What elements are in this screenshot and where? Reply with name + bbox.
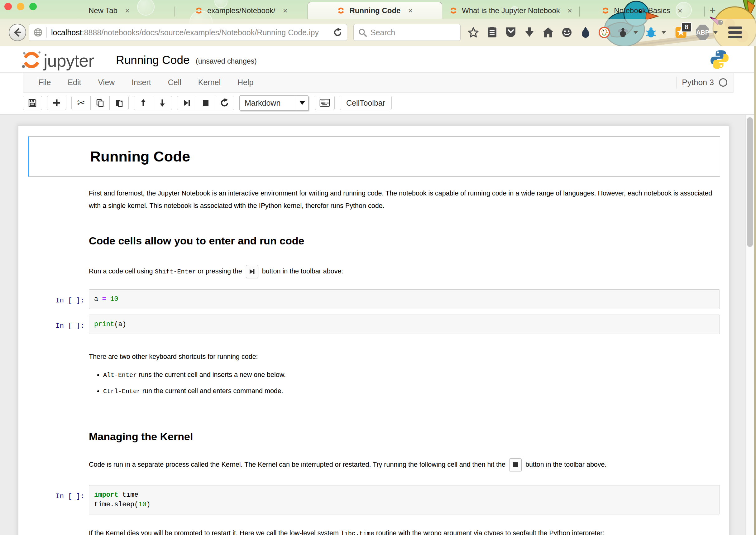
jupyter-favicon bbox=[449, 7, 457, 14]
save-icon bbox=[28, 99, 37, 107]
prompt-area bbox=[28, 187, 89, 212]
interrupt-kernel-button[interactable] bbox=[196, 96, 215, 110]
close-window-button[interactable] bbox=[4, 3, 12, 10]
bug-addon-icon[interactable] bbox=[645, 26, 657, 38]
star-addon-icon[interactable]: 8 bbox=[675, 26, 687, 38]
input-prompt: In [ ]: bbox=[28, 315, 89, 334]
move-cell-up-button[interactable] bbox=[134, 96, 153, 110]
cell-markdown-shortcuts[interactable]: There are two other keyboard shortcuts f… bbox=[28, 337, 720, 406]
minimize-window-button[interactable] bbox=[17, 3, 24, 10]
copy-icon bbox=[96, 99, 104, 107]
add-cell-button[interactable] bbox=[47, 96, 67, 110]
bookmark-star-icon[interactable] bbox=[468, 26, 479, 38]
reading-list-icon[interactable] bbox=[486, 26, 498, 38]
menu-help[interactable]: Help bbox=[231, 78, 259, 87]
adblock-plus-icon[interactable]: ABP bbox=[697, 26, 709, 38]
menu-insert[interactable]: Insert bbox=[125, 78, 157, 87]
kernel-idle-icon bbox=[719, 78, 727, 87]
code-input[interactable]: a = 10 bbox=[89, 289, 720, 309]
prompt-area bbox=[28, 221, 89, 279]
tab-what-is-jupyter[interactable]: What is the Jupyter Notebook × bbox=[442, 3, 579, 19]
menu-view[interactable]: View bbox=[92, 78, 121, 87]
jupyter-favicon bbox=[337, 7, 345, 14]
url-divider bbox=[46, 27, 47, 38]
command-palette-button[interactable] bbox=[315, 96, 335, 110]
reload-icon[interactable] bbox=[333, 28, 342, 37]
page-scrollbar[interactable] bbox=[745, 115, 754, 535]
home-icon[interactable] bbox=[542, 26, 554, 38]
cell-code-print[interactable]: In [ ]: print(a) bbox=[28, 312, 720, 337]
cell-markdown-title[interactable]: Running Code bbox=[28, 136, 720, 177]
tab-running-code[interactable]: Running Code × bbox=[308, 2, 442, 19]
code-input[interactable]: print(a) bbox=[89, 315, 720, 334]
notebook-container: Running Code First and foremost, the Jup… bbox=[18, 125, 729, 535]
dropdown-caret-icon[interactable] bbox=[633, 31, 638, 34]
cell-markdown-code-cells[interactable]: Code cells allow you to enter and run co… bbox=[28, 217, 720, 284]
tab-close-icon[interactable]: × bbox=[678, 7, 682, 14]
menu-edit[interactable]: Edit bbox=[62, 78, 87, 87]
tab-notebook-basics[interactable]: Notebook Basics × bbox=[580, 3, 704, 19]
cell-code-assignment[interactable]: In [ ]: a = 10 bbox=[28, 287, 720, 312]
tab-strip: New Tab × examples/Notebook/ × Running C… bbox=[43, 0, 716, 19]
cell-markdown-segfault[interactable]: If the Kernel dies you will be prompted … bbox=[28, 517, 720, 535]
tab-close-icon[interactable]: × bbox=[283, 7, 288, 14]
tab-new-tab[interactable]: New Tab × bbox=[43, 3, 175, 19]
scrollbar-thumb[interactable] bbox=[747, 117, 753, 247]
dropdown-caret-icon[interactable] bbox=[661, 31, 666, 34]
url-path: :8888/notebooks/docs/source/examples/Not… bbox=[82, 28, 319, 37]
back-button[interactable] bbox=[9, 24, 26, 41]
notebook-title[interactable]: Running Code bbox=[116, 54, 190, 67]
run-cell-button[interactable] bbox=[177, 96, 196, 110]
pocket-icon[interactable] bbox=[505, 26, 517, 38]
search-bar[interactable]: Search bbox=[353, 24, 461, 41]
tab-close-icon[interactable]: × bbox=[408, 7, 413, 14]
new-tab-button[interactable]: + bbox=[710, 1, 716, 16]
prompt-area bbox=[28, 410, 89, 472]
section-heading-code-cells: Code cells allow you to enter and run co… bbox=[89, 234, 720, 247]
navigation-bar: localhost:8888/notebooks/docs/source/exa… bbox=[0, 19, 756, 46]
restart-kernel-button[interactable] bbox=[215, 96, 234, 110]
search-placeholder: Search bbox=[370, 28, 395, 37]
code-input[interactable]: import time time.sleep(10) bbox=[89, 485, 720, 515]
celltoolbar-button[interactable]: CellToolbar bbox=[340, 96, 392, 110]
prompt-area bbox=[28, 522, 89, 535]
cell-markdown-kernel[interactable]: Managing the Kernel Code is run in a sep… bbox=[28, 406, 720, 477]
notebook-page: Running Code First and foremost, the Jup… bbox=[0, 115, 756, 535]
tab-close-icon[interactable]: × bbox=[567, 7, 572, 14]
dropdown-caret-icon[interactable] bbox=[713, 31, 718, 34]
cell-type-select[interactable]: Markdown bbox=[239, 96, 309, 110]
window-controls[interactable] bbox=[4, 3, 37, 10]
select-arrow-icon bbox=[296, 96, 308, 110]
checkpoint-status: (unsaved changes) bbox=[196, 57, 257, 66]
fly-addon-icon[interactable] bbox=[617, 26, 629, 38]
cell-markdown-intro[interactable]: First and foremost, the Jupyter Notebook… bbox=[28, 183, 720, 217]
cut-cell-button[interactable]: ✂ bbox=[71, 96, 91, 110]
download-icon[interactable] bbox=[524, 26, 535, 38]
menu-kernel[interactable]: Kernel bbox=[192, 78, 227, 87]
tab-examples-notebook[interactable]: examples/Notebook/ × bbox=[175, 3, 308, 19]
drop-addon-icon[interactable] bbox=[580, 26, 591, 38]
url-text[interactable]: localhost:8888/notebooks/docs/source/exa… bbox=[51, 28, 331, 37]
menu-cell[interactable]: Cell bbox=[162, 78, 187, 87]
jupyter-logo[interactable]: jupyter bbox=[21, 49, 94, 71]
url-bar[interactable]: localhost:8888/notebooks/docs/source/exa… bbox=[29, 24, 347, 41]
smiley-addon-icon[interactable] bbox=[561, 26, 573, 38]
arrow-down-icon bbox=[158, 99, 167, 107]
move-cell-down-button[interactable] bbox=[153, 96, 172, 110]
zoom-window-button[interactable] bbox=[29, 3, 37, 10]
copy-cell-button[interactable] bbox=[90, 96, 110, 110]
paste-cell-button[interactable] bbox=[109, 96, 129, 110]
kernel-dies-paragraph: If the Kernel dies you will be prompted … bbox=[89, 527, 720, 535]
back-arrow-icon bbox=[13, 28, 22, 37]
menu-file[interactable]: File bbox=[32, 78, 57, 87]
refresh-icon bbox=[220, 99, 229, 107]
keyboard-icon bbox=[319, 99, 330, 107]
cell-code-sleep[interactable]: In [ ]: import time time.sleep(10) bbox=[28, 482, 720, 517]
notebook-h1: Running Code bbox=[90, 148, 720, 165]
run-instruction: Run a code cell using Shift-Enter or pre… bbox=[89, 264, 720, 279]
save-button[interactable] bbox=[23, 96, 42, 110]
menu-icon[interactable] bbox=[729, 26, 741, 38]
tab-close-icon[interactable]: × bbox=[125, 7, 130, 14]
duckduckgo-icon[interactable] bbox=[598, 26, 610, 38]
browser-action-icons: 8 ABP bbox=[468, 24, 741, 41]
